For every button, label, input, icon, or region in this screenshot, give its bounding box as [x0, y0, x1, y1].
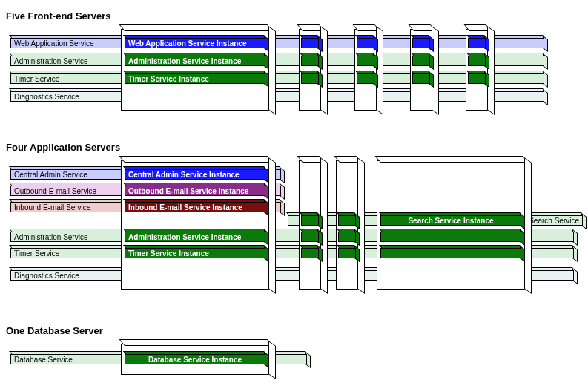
lane-administration: Administration Service [10, 56, 544, 66]
app-section: Four Application Servers Central Admin S… [6, 142, 582, 309]
seg [301, 215, 319, 226]
lane-timer: Timer Service [10, 73, 544, 84]
seg [412, 56, 430, 66]
instance-central-admin: Central Admin Service Instance [125, 169, 265, 180]
lane-diagnostics: Diagnostics Service [10, 91, 544, 102]
label-web-app-instance: Web Application Service Instance [128, 39, 247, 48]
app-canvas: Central Admin Service Outbound E-mail Se… [6, 160, 582, 309]
lane-web-app: Web Application Service [10, 38, 544, 48]
label-administration-service: Administration Service [14, 57, 87, 65]
instance-search: Search Service Instance [380, 215, 521, 226]
frontend-title: Five Front-end Servers [6, 10, 582, 22]
instance-outbound-email: Outbound E-mail Service Instance [125, 186, 265, 196]
db-section: One Database Server Database Service Dat… [6, 325, 582, 386]
instance-inbound-email: Inbound E-mail Service Instance [125, 202, 265, 212]
label-outbound-email-instance: Outbound E-mail Service Instance [128, 187, 248, 195]
seg [412, 38, 430, 48]
seg [357, 56, 374, 66]
seg [468, 56, 486, 66]
label-inbound-email-instance: Inbound E-mail Service Instance [128, 203, 242, 212]
instance-timer-2: Timer Service Instance [125, 248, 265, 258]
seg [301, 73, 319, 84]
db-title: One Database Server [6, 325, 582, 336]
seg [468, 73, 486, 84]
seg [468, 38, 486, 48]
seg [301, 38, 319, 48]
seg [338, 232, 356, 242]
label-administration-service-2: Administration Service [14, 233, 87, 241]
instance-administration: Administration Service Instance [125, 56, 265, 66]
label-administration-instance: Administration Service Instance [128, 57, 241, 65]
label-outbound-email-service: Outbound E-mail Service [14, 187, 96, 195]
label-search-instance: Search Service Instance [408, 217, 493, 225]
label-timer-service: Timer Service [14, 75, 59, 83]
seg [412, 73, 430, 84]
label-timer-service-2: Timer Service [14, 249, 59, 258]
label-timer-instance-2: Timer Service Instance [128, 249, 209, 258]
seg [301, 248, 319, 258]
app-title: Four Application Servers [6, 142, 582, 153]
frontend-canvas: Web Application Service Administration S… [6, 29, 582, 125]
seg [338, 248, 356, 258]
label-diagnostics-service-2: Diagnostics Service [14, 272, 79, 280]
seg [380, 248, 521, 258]
app-server-1 [121, 160, 271, 290]
label-administration-instance-2: Administration Service Instance [128, 233, 241, 241]
label-inbound-email-service: Inbound E-mail Service [14, 203, 90, 212]
label-database-instance: Database Service Instance [148, 356, 242, 364]
seg [338, 215, 356, 226]
instance-web-app: Web Application Service Instance [125, 38, 265, 48]
seg [357, 38, 374, 48]
label-timer-instance: Timer Service Instance [128, 75, 209, 83]
instance-timer: Timer Service Instance [125, 73, 265, 84]
label-central-admin-service: Central Admin Service [14, 171, 87, 179]
instance-administration-2: Administration Service Instance [125, 232, 265, 242]
db-canvas: Database Service Database Service Instan… [6, 344, 582, 386]
label-database-service: Database Service [14, 356, 73, 364]
seg [380, 232, 521, 242]
instance-database: Database Service Instance [125, 354, 265, 364]
label-search-service: Search Service [529, 217, 579, 225]
label-diagnostics-service: Diagnostics Service [14, 93, 79, 101]
seg [301, 232, 319, 242]
label-central-admin-instance: Central Admin Service Instance [128, 171, 240, 179]
frontend-section: Five Front-end Servers Web Application S… [6, 10, 582, 125]
label-web-app-service: Web Application Service [14, 39, 94, 48]
seg [357, 73, 374, 84]
seg [301, 56, 319, 66]
